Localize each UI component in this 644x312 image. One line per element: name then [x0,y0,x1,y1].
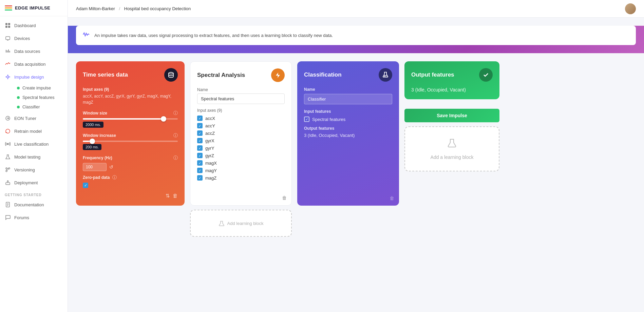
input-axes-label: Input axes (9) [83,87,178,92]
spectral-delete-icon[interactable]: 🗑 [282,195,287,201]
banner: An impulse takes raw data, uses signal p… [68,26,644,53]
svg-marker-26 [276,72,280,78]
datasource-icon [5,48,11,54]
sidebar-item-dashboard-label: Dashboard [14,23,36,28]
cards-row: Time series data Input axes (9) accX, ac… [68,53,644,206]
checkbox-gyrY[interactable]: ✓ [197,145,203,151]
checkbox-magX[interactable]: ✓ [197,160,203,166]
classification-name-input[interactable] [304,94,392,104]
flask-icon [379,68,392,82]
forums-label: Forums [14,215,29,220]
getting-started-label: GETTING STARTED [0,189,68,198]
add-processing-icon-row: Add learning block [219,220,264,226]
sidebar-item-live-classification[interactable]: Live classification [0,138,68,150]
create-impulse-label: Create impulse [22,86,51,90]
sidebar-item-devices[interactable]: Devices [0,32,68,45]
sidebar-item-devices-label: Devices [14,36,30,41]
lightning-icon [271,68,285,82]
breadcrumb-sep: / [119,6,120,11]
trash-icon[interactable]: 🗑 [173,193,178,199]
spectral-name-input[interactable] [197,93,285,104]
sidebar-item-versioning[interactable]: Versioning [0,163,68,176]
spacer-left [76,210,185,237]
arrows-icon[interactable]: ⇅ [166,193,170,199]
save-impulse-button[interactable]: Save Impulse [404,109,499,122]
window-increase-value: 200 ms. [83,144,101,150]
svg-point-12 [7,143,8,145]
add-learning-card[interactable]: Add a learning block [404,126,499,171]
spectral-axis-gyrX: ✓ gyrX [197,138,285,143]
grid-icon [5,22,11,28]
refresh-icon[interactable]: ↺ [109,164,113,170]
dot-icon [17,106,20,108]
spectral-features-value: Spectral features [312,117,345,122]
main-content: Adam Milton-Barker / Hospital bed occupa… [68,0,644,312]
window-increase-track[interactable] [83,141,178,142]
checkbox-accZ[interactable]: ✓ [197,130,203,136]
window-size-track[interactable] [83,118,178,120]
sidebar-item-eon-tuner[interactable]: EON Tuner [0,112,68,125]
svg-point-25 [169,72,173,74]
add-processing-text: Add learning block [227,221,264,226]
window-size-info-icon[interactable]: ⓘ [173,110,178,116]
classification-delete-icon[interactable]: 🗑 [390,195,394,201]
sidebar-item-forums[interactable]: Forums [0,211,68,224]
checkbox-magZ[interactable]: ✓ [197,175,203,181]
svg-point-29 [386,75,386,76]
svg-rect-2 [5,26,7,28]
input-features-label: Input features [304,109,392,114]
output-header: Output features [411,68,493,82]
deployment-label: Deployment [14,180,38,185]
checkbox-gyrZ[interactable]: ✓ [197,153,203,158]
sidebar-item-data-sources-label: Data sources [14,49,40,54]
breadcrumb: Adam Milton-Barker / Hospital bed occupa… [76,6,191,11]
model-testing-label: Model testing [14,154,40,160]
sidebar-item-dashboard[interactable]: Dashboard [0,19,68,32]
add-processing-card[interactable]: Add learning block [190,210,292,237]
classification-title: Classification [304,71,342,78]
zero-pad-info-icon[interactable]: ⓘ [112,174,117,181]
versioning-label: Versioning [14,167,35,172]
zero-pad-checkbox[interactable]: ✓ [83,183,88,188]
classification-header: Classification [304,68,392,82]
waveform-icon [83,31,90,40]
breadcrumb-user: Adam Milton-Barker [76,6,115,11]
sidebar: EDGE IMPULSE Dashboard Dev [0,0,68,312]
output-card: Output features 3 (Idle, Occupied, Vacan… [404,61,499,99]
sidebar-item-model-testing[interactable]: Model testing [0,150,68,163]
info-box: An impulse takes raw data, uses signal p… [76,26,636,45]
frequency-info-icon[interactable]: ⓘ [173,155,178,161]
spectral-axis-accZ: ✓ accZ [197,130,285,136]
spectral-axis-accX: ✓ accX [197,116,285,121]
sidebar-item-data-sources[interactable]: Data sources [0,45,68,58]
sidebar-item-spectral-features[interactable]: Spectral features [12,93,68,102]
frequency-input[interactable] [83,163,107,171]
checkbox-gyrX[interactable]: ✓ [197,138,203,143]
sidebar-item-documentation[interactable]: Documentation [0,198,68,211]
right-column: Output features 3 (Idle, Occupied, Vacan… [404,61,499,206]
logo-text: EDGE IMPULSE [15,5,50,11]
checkbox-accX[interactable]: ✓ [197,116,203,121]
spectral-features-checkbox[interactable]: ✓ [304,117,309,122]
time-series-card: Time series data Input axes (9) accX, ac… [76,61,185,206]
sidebar-item-impulse-design[interactable]: Impulse design [0,70,68,83]
sidebar-item-data-acquisition[interactable]: Data acquisition [0,58,68,70]
sidebar-item-retrain-model[interactable]: Retrain model [0,125,68,138]
sidebar-item-create-impulse[interactable]: Create impulse [12,83,68,93]
window-size-value: 2000 ms. [83,122,103,128]
window-increase-info-icon[interactable]: ⓘ [173,132,178,139]
eon-tuner-label: EON Tuner [14,116,36,121]
axes-text: accX, accY, accZ, gyrX, gyrY, gyrZ, magX… [83,93,178,105]
sidebar-item-classifier[interactable]: Classifier [12,102,68,112]
sidebar-item-deployment[interactable]: Deployment [0,176,68,189]
svg-point-16 [6,170,7,172]
header: Adam Milton-Barker / Hospital bed occupa… [68,0,644,18]
checkbox-magY[interactable]: ✓ [197,168,203,173]
avatar[interactable] [625,3,636,14]
checkbox-accY[interactable]: ✓ [197,123,203,128]
sub-nav: Create impulse Spectral features Classif… [0,83,68,112]
spectral-title: Spectral Analysis [197,72,245,79]
spectral-features-label: Spectral features [22,95,55,100]
spectral-axis-gyrZ: ✓ gyrZ [197,153,285,158]
spectral-axis-magX: ✓ magX [197,160,285,166]
